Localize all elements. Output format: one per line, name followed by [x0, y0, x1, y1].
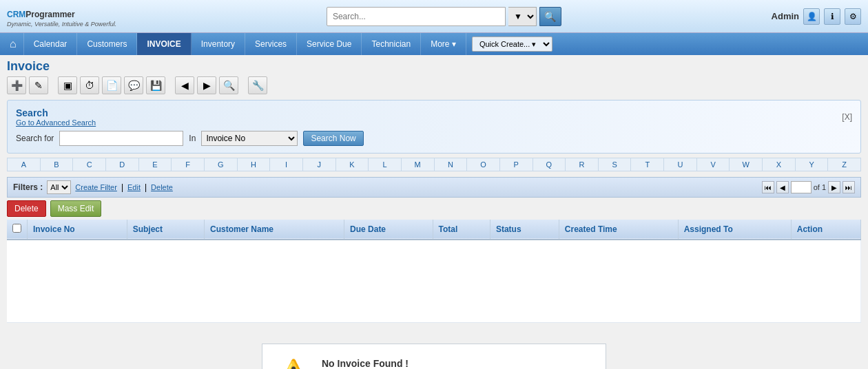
alpha-s[interactable]: S [599, 158, 632, 171]
alpha-o[interactable]: O [467, 158, 500, 171]
alpha-p[interactable]: P [500, 158, 533, 171]
nav-invoice[interactable]: INVOICE [137, 33, 191, 55]
alpha-m[interactable]: M [402, 158, 435, 171]
add-button[interactable]: ➕ [7, 76, 26, 94]
alpha-i[interactable]: I [270, 158, 303, 171]
create-filter-link[interactable]: Create Filter [75, 183, 117, 191]
settings-icon-button[interactable]: ⚙ [845, 8, 861, 25]
search-now-button[interactable]: Search Now [303, 131, 363, 146]
col-checkbox [7, 220, 28, 240]
search-row: Search for In Invoice No Subject Custome… [16, 131, 852, 146]
search-panel: Search Go to Advanced Search [X] Search … [7, 100, 861, 154]
alpha-t[interactable]: T [631, 158, 664, 171]
last-page-button[interactable]: ⏭ [843, 181, 855, 193]
alpha-d[interactable]: D [106, 158, 139, 171]
alpha-j[interactable]: J [303, 158, 336, 171]
search-in-select[interactable]: Invoice No Subject Customer Name [201, 131, 298, 146]
alpha-h[interactable]: H [238, 158, 271, 171]
mass-edit-button[interactable]: Mass Edit [50, 200, 102, 217]
empty-title: No Invoice Found ! [322, 358, 514, 369]
edit-filter-link[interactable]: Edit [127, 183, 141, 191]
alpha-n[interactable]: N [435, 158, 468, 171]
page-of-label: of [814, 183, 820, 191]
tools-button[interactable]: 🔧 [248, 76, 267, 94]
save-button[interactable]: 💾 [146, 76, 165, 94]
search-panel-title-group: Search Go to Advanced Search [16, 107, 96, 127]
user-icon-button[interactable]: 👤 [803, 8, 820, 25]
nav-customers[interactable]: Customers [77, 33, 137, 55]
filter-select[interactable]: All [47, 180, 71, 194]
alpha-a[interactable]: A [8, 158, 41, 171]
header-search-input[interactable] [327, 7, 506, 26]
alpha-u[interactable]: U [664, 158, 697, 171]
page-content: Invoice ➕ ✎ ▣ ⏱ 📄 💬 💾 ◀ ▶ 🔍 🔧 Search Go … [0, 55, 868, 369]
advanced-search-link[interactable]: Go to Advanced Search [16, 118, 96, 127]
alpha-r[interactable]: R [566, 158, 599, 171]
alpha-y[interactable]: Y [796, 158, 829, 171]
prev-page-button[interactable]: ◀ [776, 181, 789, 193]
alpha-q[interactable]: Q [533, 158, 566, 171]
nav-technician[interactable]: Technician [362, 33, 421, 55]
col-total[interactable]: Total [433, 220, 490, 240]
alpha-bar: A B C D E F G H I J K L M N O P Q R S T … [7, 158, 861, 171]
quick-create-dropdown[interactable]: Quick Create... ▾ [472, 36, 552, 52]
search-panel-header: Search Go to Advanced Search [X] [16, 107, 852, 127]
filter-separator2: | [145, 182, 147, 192]
find-button[interactable]: 🔍 [219, 76, 238, 94]
logo-crm: CRM [7, 10, 25, 19]
alpha-z[interactable]: Z [828, 158, 860, 171]
next-page-button[interactable]: ▶ [828, 181, 840, 193]
header-search-dropdown[interactable]: ▼ [508, 7, 537, 26]
alpha-b[interactable]: B [41, 158, 74, 171]
col-invoice-no[interactable]: Invoice No [28, 220, 127, 240]
alpha-x[interactable]: X [763, 158, 796, 171]
alpha-e[interactable]: E [139, 158, 172, 171]
empty-row [7, 240, 861, 322]
col-customer-name[interactable]: Customer Name [205, 220, 344, 240]
alpha-f[interactable]: F [172, 158, 205, 171]
header-search-area: ▼ [327, 7, 561, 26]
empty-content: No Invoice Found ! You can Create an Inv… [322, 358, 514, 370]
col-subject[interactable]: Subject [127, 220, 204, 240]
alpha-g[interactable]: G [205, 158, 238, 171]
search-for-input[interactable] [59, 131, 183, 146]
page-number-input[interactable]: 1 [791, 181, 812, 193]
header: CRMProgrammer Dynamic, Versatile, Intuit… [0, 0, 868, 33]
first-page-button[interactable]: ⏮ [762, 181, 774, 193]
nav-more[interactable]: More ▾ [421, 33, 466, 55]
comment-button[interactable]: 💬 [124, 76, 143, 94]
col-created-time[interactable]: Created Time [559, 220, 678, 240]
filter-area: Filters : All Create Filter | Edit | Del… [13, 180, 173, 194]
header-search-button[interactable] [539, 7, 561, 26]
delete-filter-link[interactable]: Delete [151, 183, 173, 191]
select-all-checkbox[interactable] [12, 224, 21, 233]
alpha-v[interactable]: V [697, 158, 730, 171]
delete-button[interactable]: Delete [7, 200, 46, 217]
col-status[interactable]: Status [490, 220, 559, 240]
nav-calendar[interactable]: Calendar [24, 33, 78, 55]
nav-home[interactable]: ⌂ [3, 33, 24, 55]
nav-inventory[interactable]: Inventory [192, 33, 245, 55]
search-close-button[interactable]: [X] [842, 112, 852, 122]
alpha-l[interactable]: L [369, 158, 402, 171]
alpha-k[interactable]: K [336, 158, 369, 171]
logo-sub: Dynamic, Versatile, Intuitive & Powerful… [7, 21, 116, 28]
list-view-button[interactable]: ▣ [58, 76, 77, 94]
duplicate-button[interactable]: 📄 [102, 76, 121, 94]
col-assigned-to[interactable]: Assigned To [678, 220, 791, 240]
nav-services[interactable]: Services [245, 33, 297, 55]
filter-separator: | [121, 182, 123, 192]
info-icon-button[interactable]: ℹ [824, 8, 840, 25]
history-button[interactable]: ⏱ [80, 76, 99, 94]
nav-service-due[interactable]: Service Due [297, 33, 362, 55]
admin-label: Admin [772, 11, 799, 21]
col-due-date[interactable]: Due Date [344, 220, 433, 240]
edit-button[interactable]: ✎ [29, 76, 48, 94]
col-action[interactable]: Action [791, 220, 860, 240]
prev-button[interactable]: ◀ [175, 76, 194, 94]
alpha-w[interactable]: W [730, 158, 763, 171]
list-controls: Filters : All Create Filter | Edit | Del… [7, 177, 861, 198]
search-title: Search [16, 107, 48, 118]
next-button[interactable]: ▶ [197, 76, 216, 94]
alpha-c[interactable]: C [73, 158, 106, 171]
